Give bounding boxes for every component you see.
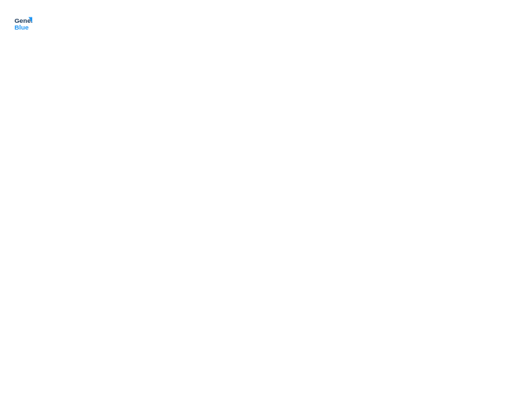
svg-text:Blue: Blue bbox=[14, 24, 29, 31]
logo-icon: General Blue bbox=[13, 13, 32, 32]
page-header: General Blue bbox=[13, 13, 519, 32]
logo: General Blue bbox=[13, 13, 35, 32]
